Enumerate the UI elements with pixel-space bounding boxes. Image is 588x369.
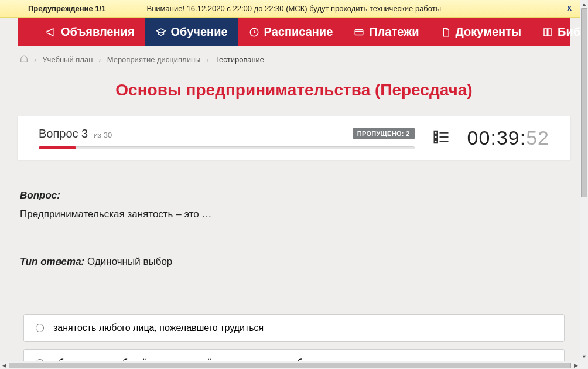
svg-rect-1	[355, 29, 364, 35]
radio-icon	[36, 324, 44, 332]
nav-documents[interactable]: Документы	[430, 18, 532, 46]
nav-label: Объявления	[61, 25, 135, 39]
close-icon[interactable]: x	[567, 3, 572, 12]
question-status-card: Вопрос 3 из 30 ПРОПУЩЕНО: 2 00:39:52	[18, 116, 570, 160]
svg-rect-4	[434, 135, 437, 138]
nav-label: Платежи	[369, 25, 419, 39]
answer-option[interactable]: занятость любого лица, пожелавшего труди…	[23, 314, 565, 342]
question-label: Вопрос:	[20, 188, 568, 203]
scroll-right-icon[interactable]: ▶	[572, 361, 580, 370]
chevron-right-icon: ›	[206, 55, 208, 64]
document-icon	[440, 27, 451, 37]
breadcrumb-event[interactable]: Мероприятие дисциплины	[107, 55, 201, 64]
warning-message: Внимание! 16.12.2020 с 22:00 до 22:30 (М…	[146, 4, 582, 13]
svg-rect-6	[434, 140, 437, 143]
scroll-thumb[interactable]	[9, 363, 571, 368]
breadcrumb-current: Тестирование	[215, 55, 264, 64]
question-text: Предпринимательская занятость – это …	[20, 207, 568, 222]
warning-title: Предупреждение 1/1	[28, 4, 105, 13]
scrollbar-corner	[580, 361, 588, 369]
scroll-left-icon[interactable]: ◀	[0, 361, 8, 370]
chevron-right-icon: ›	[98, 55, 101, 64]
book-icon	[542, 27, 553, 37]
warning-bar: Предупреждение 1/1 Внимание! 16.12.2020 …	[0, 0, 588, 18]
home-icon[interactable]	[20, 54, 28, 64]
vertical-scrollbar[interactable]: ▲ ▼	[580, 0, 588, 361]
nav-label: Расписание	[264, 25, 333, 39]
timer: 00:39:52	[467, 127, 549, 149]
chevron-right-icon: ›	[34, 55, 36, 64]
card-icon	[354, 27, 364, 37]
page-title: Основы предпринимательства (Пересдача)	[0, 70, 588, 116]
nav-announcements[interactable]: Объявления	[35, 18, 145, 46]
question-content: Вопрос: Предпринимательская занятость – …	[0, 160, 588, 314]
scroll-up-icon[interactable]: ▲	[580, 0, 588, 8]
question-number: Вопрос 3 из 30	[39, 127, 112, 141]
progress-bar	[39, 146, 415, 149]
progress-fill	[39, 146, 76, 149]
answer-text: занятость любого лица, пожелавшего труди…	[53, 323, 264, 333]
main-nav: Объявления Обучение Расписание Платежи Д…	[18, 18, 570, 46]
nav-payments[interactable]: Платежи	[343, 18, 429, 46]
skipped-badge: ПРОПУЩЕНО: 2	[353, 128, 415, 139]
breadcrumb: › Учебный план › Мероприятие дисциплины …	[0, 46, 588, 70]
nav-schedule[interactable]: Расписание	[238, 18, 344, 46]
nav-label: Документы	[456, 25, 521, 39]
clock-icon	[249, 27, 259, 37]
megaphone-icon	[46, 27, 56, 37]
graduation-cap-icon	[156, 27, 166, 37]
horizontal-scrollbar[interactable]: ◀ ▶	[0, 361, 580, 369]
question-list-icon[interactable]	[432, 128, 450, 148]
scroll-down-icon[interactable]: ▼	[580, 353, 588, 361]
nav-education[interactable]: Обучение	[145, 18, 238, 46]
breadcrumb-plan[interactable]: Учебный план	[42, 55, 93, 64]
nav-label: Обучение	[171, 25, 228, 39]
svg-rect-2	[434, 131, 437, 134]
answer-type: Тип ответа: Одиночный выбор	[20, 254, 568, 269]
scroll-thumb[interactable]	[581, 8, 587, 197]
